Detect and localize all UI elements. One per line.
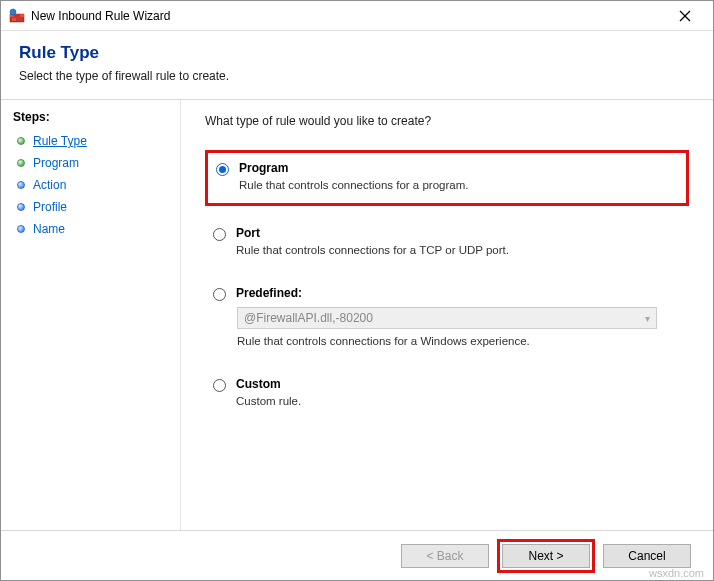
svg-rect-3	[15, 14, 19, 17]
svg-rect-6	[17, 18, 21, 21]
option-label: Predefined:	[236, 286, 302, 300]
steps-sidebar: Steps: Rule Type Program Action Profile …	[1, 100, 181, 530]
next-button[interactable]: Next >	[502, 544, 590, 568]
titlebar: New Inbound Rule Wizard	[1, 1, 713, 31]
step-bullet-icon	[17, 159, 25, 167]
page-title: Rule Type	[19, 43, 695, 63]
prompt-text: What type of rule would you like to crea…	[205, 114, 689, 128]
radio-predefined[interactable]	[213, 288, 226, 301]
option-predefined: Predefined: @FirewallAPI.dll,-80200 ▾ Ru…	[205, 280, 689, 353]
window-title: New Inbound Rule Wizard	[31, 9, 665, 23]
body: Steps: Rule Type Program Action Profile …	[1, 100, 713, 530]
predefined-select: @FirewallAPI.dll,-80200 ▾	[237, 307, 657, 329]
page-subtitle: Select the type of firewall rule to crea…	[19, 69, 695, 83]
predefined-selected-value: @FirewallAPI.dll,-80200	[244, 311, 373, 325]
step-action[interactable]: Action	[13, 174, 174, 196]
back-button: < Back	[401, 544, 489, 568]
option-program: Program Rule that controls connections f…	[205, 150, 689, 206]
option-desc: Rule that controls connections for a TCP…	[236, 244, 509, 256]
wizard-window: New Inbound Rule Wizard Rule Type Select…	[0, 0, 714, 581]
step-bullet-icon	[17, 225, 25, 233]
header: Rule Type Select the type of firewall ru…	[1, 31, 713, 93]
step-label: Profile	[33, 200, 67, 214]
option-texts: Program Rule that controls connections f…	[239, 161, 468, 191]
option-port-row[interactable]: Port Rule that controls connections for …	[211, 226, 683, 256]
step-label: Program	[33, 156, 79, 170]
option-program-row[interactable]: Program Rule that controls connections f…	[214, 161, 658, 191]
option-predefined-row[interactable]: Predefined:	[211, 286, 683, 301]
steps-title: Steps:	[13, 110, 174, 124]
content-panel: What type of rule would you like to crea…	[181, 100, 713, 530]
step-label: Rule Type	[33, 134, 87, 148]
radio-port[interactable]	[213, 228, 226, 241]
close-icon	[679, 10, 691, 22]
svg-rect-4	[20, 14, 24, 17]
watermark: wsxdn.com	[649, 567, 704, 579]
option-texts: Port Rule that controls connections for …	[236, 226, 509, 256]
step-bullet-icon	[17, 181, 25, 189]
step-program[interactable]: Program	[13, 152, 174, 174]
close-button[interactable]	[665, 2, 705, 30]
step-label: Action	[33, 178, 66, 192]
step-rule-type[interactable]: Rule Type	[13, 130, 174, 152]
option-label: Custom	[236, 377, 301, 391]
cancel-button[interactable]: Cancel	[603, 544, 691, 568]
option-custom: Custom Custom rule.	[205, 371, 689, 413]
step-bullet-icon	[17, 137, 25, 145]
radio-custom[interactable]	[213, 379, 226, 392]
step-label: Name	[33, 222, 65, 236]
chevron-down-icon: ▾	[645, 313, 650, 324]
svg-rect-5	[12, 18, 16, 21]
step-bullet-icon	[17, 203, 25, 211]
firewall-icon	[9, 8, 25, 24]
option-desc: Rule that controls connections for a Win…	[237, 335, 683, 347]
option-texts: Custom Custom rule.	[236, 377, 301, 407]
option-custom-row[interactable]: Custom Custom rule.	[211, 377, 683, 407]
option-texts: Predefined:	[236, 286, 302, 300]
option-label: Port	[236, 226, 509, 240]
option-desc: Rule that controls connections for a pro…	[239, 179, 468, 191]
step-name[interactable]: Name	[13, 218, 174, 240]
next-highlight: Next >	[497, 539, 595, 573]
option-port: Port Rule that controls connections for …	[205, 220, 689, 262]
footer: < Back Next > Cancel	[1, 530, 713, 580]
radio-program[interactable]	[216, 163, 229, 176]
option-label: Program	[239, 161, 468, 175]
option-desc: Custom rule.	[236, 395, 301, 407]
step-profile[interactable]: Profile	[13, 196, 174, 218]
